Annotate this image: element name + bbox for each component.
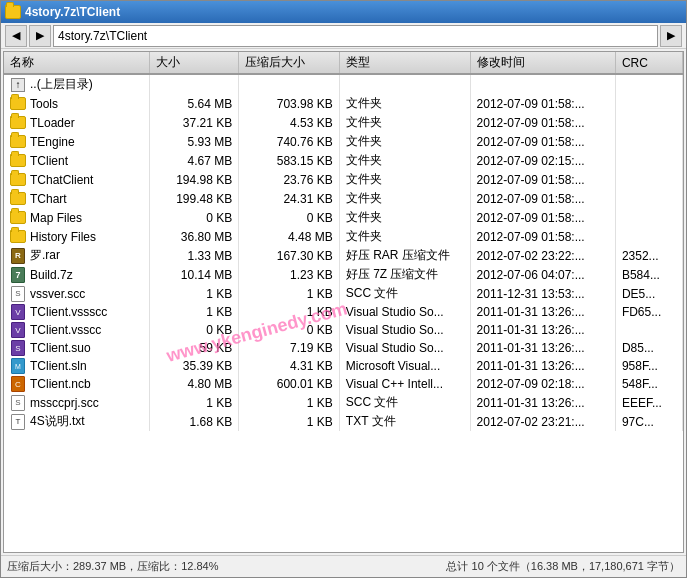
file-name-cell: 4S说明.txt: [4, 412, 149, 431]
file-type: Visual Studio So...: [339, 339, 470, 357]
file-type: 好压 RAR 压缩文件: [339, 246, 470, 265]
file-modified: 2012-07-02 23:22:...: [470, 246, 615, 265]
file-crc: FD65...: [615, 303, 682, 321]
col-header-compressed[interactable]: 压缩后大小: [239, 52, 340, 74]
file-size: 5.93 MB: [149, 132, 238, 151]
col-header-modified[interactable]: 修改时间: [470, 52, 615, 74]
file-name-text: mssccprj.scc: [30, 396, 99, 410]
table-row[interactable]: TClient.vssscc1 KB1 KBVisual Studio So..…: [4, 303, 683, 321]
file-name-text: Tools: [30, 97, 58, 111]
file-modified: 2012-07-09 01:58:...: [470, 94, 615, 113]
file-crc: [615, 227, 682, 246]
file-compressed-size: 4.31 KB: [239, 357, 340, 375]
file-modified: 2012-07-09 01:58:...: [470, 227, 615, 246]
table-row[interactable]: 4S说明.txt1.68 KB1 KBTXT 文件2012-07-02 23:2…: [4, 412, 683, 431]
col-header-size[interactable]: 大小: [149, 52, 238, 74]
table-row[interactable]: TClient4.67 MB583.15 KB文件夹2012-07-09 02:…: [4, 151, 683, 170]
forward-button[interactable]: ▶: [29, 25, 51, 47]
file-size: 1 KB: [149, 284, 238, 303]
file-name-cell: TClient: [4, 151, 149, 170]
file-name-text: vssver.scc: [30, 287, 85, 301]
table-row[interactable]: TClient.ncb4.80 MB600.01 KBVisual C++ In…: [4, 375, 683, 393]
col-header-name[interactable]: 名称: [4, 52, 149, 74]
file-compressed-size: 600.01 KB: [239, 375, 340, 393]
folder-icon: [10, 173, 26, 187]
file-size: 37.21 KB: [149, 113, 238, 132]
file-name-text: 4S说明.txt: [30, 413, 85, 430]
file-name-text: History Files: [30, 230, 96, 244]
file-size: 59 KB: [149, 339, 238, 357]
file-compressed-size: 7.19 KB: [239, 339, 340, 357]
file-type: 文件夹: [339, 132, 470, 151]
table-row[interactable]: TLoader37.21 KB4.53 KB文件夹2012-07-09 01:5…: [4, 113, 683, 132]
file-crc: 958F...: [615, 357, 682, 375]
title-text: 4story.7z\TClient: [25, 5, 120, 19]
file-modified: 2011-01-31 13:26:...: [470, 393, 615, 412]
file-compressed-size: 1 KB: [239, 284, 340, 303]
table-row[interactable]: TClient.vsscc0 KB0 KBVisual Studio So...…: [4, 321, 683, 339]
file-compressed-size: 1 KB: [239, 303, 340, 321]
scroll-area[interactable]: 名称 大小 压缩后大小 类型 修改时间 CRC ↑..(上层目录)Tools5.…: [4, 52, 683, 552]
file-crc: [615, 74, 682, 94]
file-size: 0 KB: [149, 208, 238, 227]
file-name-cell: vssver.scc: [4, 284, 149, 303]
table-row[interactable]: TClient.suo59 KB7.19 KBVisual Studio So.…: [4, 339, 683, 357]
file-name-cell: History Files: [4, 227, 149, 246]
folder-icon: [10, 230, 26, 244]
file-name-cell: TChart: [4, 189, 149, 208]
file-list-container: www.ykenginedy.com 名称 大小 压缩后大小 类型 修改时间 C…: [3, 51, 684, 553]
table-row[interactable]: Tools5.64 MB703.98 KB文件夹2012-07-09 01:58…: [4, 94, 683, 113]
file-compressed-size: 0 KB: [239, 321, 340, 339]
col-header-crc[interactable]: CRC: [615, 52, 682, 74]
file-name-cell: TChatClient: [4, 170, 149, 189]
file-name-text: TClient.vsscc: [30, 323, 101, 337]
file-size: 1.33 MB: [149, 246, 238, 265]
file-modified: [470, 74, 615, 94]
table-row[interactable]: TChatClient194.98 KB23.76 KB文件夹2012-07-0…: [4, 170, 683, 189]
table-row[interactable]: Map Files0 KB0 KB文件夹2012-07-09 01:58:...: [4, 208, 683, 227]
file-type: 好压 7Z 压缩文件: [339, 265, 470, 284]
file-crc: [615, 189, 682, 208]
file-compressed-size: [239, 74, 340, 94]
file-name-text: TClient: [30, 154, 68, 168]
folder-icon: [10, 211, 26, 225]
file-crc: [615, 94, 682, 113]
file-modified: 2012-07-09 01:58:...: [470, 189, 615, 208]
address-bar[interactable]: 4story.7z\TClient: [53, 25, 658, 47]
go-button[interactable]: ▶: [660, 25, 682, 47]
file-size: [149, 74, 238, 94]
file-name-text: Build.7z: [30, 268, 73, 282]
file-name-text: Map Files: [30, 211, 82, 225]
table-row[interactable]: mssccprj.scc1 KB1 KBSCC 文件2011-01-31 13:…: [4, 393, 683, 412]
table-row[interactable]: TEngine5.93 MB740.76 KB文件夹2012-07-09 01:…: [4, 132, 683, 151]
file-size: 194.98 KB: [149, 170, 238, 189]
file-modified: 2011-01-31 13:26:...: [470, 339, 615, 357]
table-row[interactable]: vssver.scc1 KB1 KBSCC 文件2011-12-31 13:53…: [4, 284, 683, 303]
file-name-text: TLoader: [30, 116, 75, 130]
table-row[interactable]: History Files36.80 MB4.48 MB文件夹2012-07-0…: [4, 227, 683, 246]
file-name-text: TClient.ncb: [30, 377, 91, 391]
file-type: 文件夹: [339, 94, 470, 113]
file-crc: 2352...: [615, 246, 682, 265]
title-bar: 4story.7z\TClient: [1, 1, 686, 23]
txt-icon: [10, 415, 26, 429]
back-button[interactable]: ◀: [5, 25, 27, 47]
file-compressed-size: 1 KB: [239, 412, 340, 431]
scc-icon: [10, 396, 26, 410]
table-row[interactable]: TChart199.48 KB24.31 KB文件夹2012-07-09 01:…: [4, 189, 683, 208]
vs-icon: [10, 323, 26, 337]
file-crc: DE5...: [615, 284, 682, 303]
file-crc: [615, 151, 682, 170]
file-compressed-size: 4.48 MB: [239, 227, 340, 246]
file-size: 199.48 KB: [149, 189, 238, 208]
suo-icon: [10, 341, 26, 355]
col-header-type[interactable]: 类型: [339, 52, 470, 74]
file-name-text: TClient.vssscc: [30, 305, 107, 319]
file-type: [339, 74, 470, 94]
table-row[interactable]: ↑..(上层目录): [4, 74, 683, 94]
file-compressed-size: 24.31 KB: [239, 189, 340, 208]
table-row[interactable]: TClient.sln35.39 KB4.31 KBMicrosoft Visu…: [4, 357, 683, 375]
file-compressed-size: 4.53 KB: [239, 113, 340, 132]
table-row[interactable]: Build.7z10.14 MB1.23 KB好压 7Z 压缩文件2012-07…: [4, 265, 683, 284]
table-row[interactable]: 罗.rar1.33 MB167.30 KB好压 RAR 压缩文件2012-07-…: [4, 246, 683, 265]
